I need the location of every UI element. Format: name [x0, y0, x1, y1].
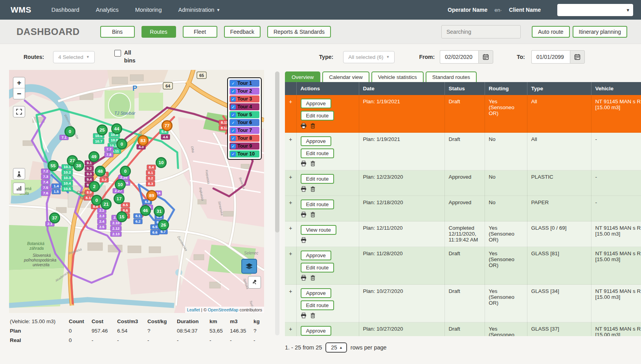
expand-row-button[interactable]: + [285, 95, 296, 133]
route-row[interactable]: +Edit routePlan: 12/18/2020ApprovedNoPAP… [285, 196, 641, 221]
nav-item-dashboard[interactable]: Dashboard [43, 0, 88, 20]
checkbox-checked-icon[interactable]: ✓ [231, 112, 236, 117]
print-icon[interactable] [301, 161, 307, 166]
to-calendar-button[interactable] [570, 50, 585, 64]
route-row[interactable]: +ApproveEdit routePlan: 10/27/2020DraftY… [285, 322, 641, 337]
legend-item-tour-5[interactable]: ✓Tour 5 [230, 111, 259, 118]
approve-button[interactable]: Approve [301, 326, 331, 336]
approve-button[interactable]: Approve [301, 288, 331, 298]
zoom-in-button[interactable]: + [13, 77, 25, 88]
edit-route-button[interactable]: Edit route [301, 174, 334, 184]
checkbox-checked-icon[interactable]: ✓ [231, 97, 236, 102]
print-icon[interactable] [301, 275, 307, 281]
trash-icon[interactable] [310, 161, 316, 166]
print-icon[interactable] [301, 186, 307, 192]
route-row[interactable]: +ApproveEdit routePlan: 10/27/2020DraftY… [285, 285, 641, 322]
expand-row-button[interactable]: + [285, 196, 296, 221]
checkbox-checked-icon[interactable]: ✓ [231, 120, 236, 125]
edit-route-button[interactable]: Edit route [301, 199, 334, 209]
operator-name[interactable]: Operator Name [448, 7, 487, 13]
type-select[interactable]: All selected (6)▼ [343, 51, 395, 63]
print-icon[interactable] [301, 123, 307, 129]
route-row[interactable]: +View routePlan: 12/11/2020Completed 12/… [285, 221, 641, 247]
trash-icon[interactable] [310, 123, 316, 129]
edit-route-button[interactable]: Edit route [301, 148, 334, 158]
fullscreen-button[interactable] [13, 106, 25, 117]
edit-route-button[interactable]: Edit route [301, 300, 334, 310]
route-row[interactable]: +ApproveEdit routePlan: 11/28/2020DraftY… [285, 247, 641, 285]
expand-row-button[interactable]: + [285, 285, 296, 322]
scrollbar-thumb[interactable] [275, 71, 279, 232]
client-name[interactable]: Client Name [509, 7, 541, 13]
feedback-button[interactable]: Feedback [224, 26, 261, 38]
edit-route-button[interactable]: Edit route [301, 111, 334, 121]
chart-control-button[interactable] [13, 183, 25, 194]
osm-link[interactable]: OpenStreetMap [208, 307, 239, 312]
legend-item-tour-1[interactable]: ✓Tour 1 [230, 80, 259, 87]
legend-item-tour-6[interactable]: ✓Tour 6 [230, 119, 259, 126]
tab-standard-routes[interactable]: Standard routes [426, 71, 477, 82]
language-switcher[interactable]: en· [494, 7, 502, 13]
expand-row-button[interactable]: + [285, 170, 296, 196]
legend-item-tour-4[interactable]: ✓Tour 4 [230, 103, 259, 110]
checkbox-checked-icon[interactable]: ✓ [231, 136, 236, 141]
checkbox-checked-icon[interactable]: ✓ [231, 128, 236, 133]
approve-button[interactable]: Approve [301, 99, 331, 108]
from-calendar-button[interactable] [478, 50, 493, 64]
legend-item-tour-3[interactable]: ✓Tour 3 [230, 95, 259, 102]
tab-overview[interactable]: Overview [285, 71, 320, 82]
fleet-button[interactable]: Fleet [183, 26, 217, 38]
route-row[interactable]: +Edit routePlan: 12/23/2020ApprovedNoPLA… [285, 170, 641, 196]
checkbox-checked-icon[interactable]: ✓ [231, 104, 236, 110]
auto-route-button[interactable]: Auto route [532, 26, 570, 38]
route-row[interactable]: +ApproveEdit routePlan: 1/19/2021DraftYe… [285, 95, 641, 133]
tab-calendar-view[interactable]: Calendar view [322, 71, 369, 82]
trash-icon[interactable] [310, 212, 316, 218]
print-icon[interactable] [301, 212, 307, 218]
leaflet-map[interactable]: Wilsonovo nábrežieClementisovaLomnickáDl… [9, 70, 264, 313]
tab-vehicle-statistics[interactable]: Vehicle statistics [371, 71, 424, 82]
itinerary-planning-button[interactable]: Itinerary planning [573, 26, 627, 38]
expand-row-button[interactable]: + [285, 322, 296, 337]
nav-item-analytics[interactable]: Analytics [88, 0, 127, 20]
legend-item-tour-7[interactable]: ✓Tour 7 [230, 127, 259, 134]
layers-control-button[interactable] [241, 259, 257, 274]
print-icon[interactable] [301, 237, 307, 243]
legend-item-tour-10[interactable]: ✓Tour 10 [230, 150, 259, 157]
from-date-input[interactable] [440, 50, 478, 64]
to-date-input[interactable] [531, 50, 570, 64]
checkbox-checked-icon[interactable]: ✓ [231, 89, 236, 94]
all-bins-checkbox[interactable] [114, 50, 121, 57]
street-view-button[interactable] [13, 168, 25, 179]
trash-icon[interactable] [310, 186, 316, 192]
route-row[interactable]: +ApproveEdit routePlan: 1/19/2021DraftNo… [285, 133, 641, 170]
nav-item-monitoring[interactable]: Monitoring [127, 0, 170, 20]
nav-item-administration[interactable]: Administration▼ [170, 0, 229, 20]
expand-row-button[interactable]: + [285, 247, 296, 285]
view-route-button[interactable]: View route [301, 225, 337, 235]
search-input[interactable] [441, 25, 521, 38]
legend-item-tour-8[interactable]: ✓Tour 8 [230, 135, 259, 142]
checkbox-checked-icon[interactable]: ✓ [231, 144, 236, 149]
routes-button[interactable]: Routes [141, 26, 176, 38]
legend-item-tour-2[interactable]: ✓Tour 2 [230, 88, 259, 95]
zoom-out-button[interactable]: − [13, 88, 25, 99]
print-icon[interactable] [301, 313, 307, 318]
gps-tracking-button[interactable] [248, 276, 261, 289]
trash-icon[interactable] [310, 313, 316, 318]
legend-item-tour-9[interactable]: ✓Tour 9 [230, 143, 259, 150]
approve-button[interactable]: Approve [301, 136, 331, 146]
edit-route-button[interactable]: Edit route [301, 263, 334, 273]
reports-standards-button[interactable]: Reports & Standards [267, 26, 331, 38]
expand-row-button[interactable]: + [285, 133, 296, 170]
trash-icon[interactable] [310, 275, 316, 281]
approve-button[interactable]: Approve [301, 251, 331, 260]
leaflet-link[interactable]: Leaflet [187, 307, 200, 312]
expand-row-button[interactable]: + [285, 221, 296, 247]
client-select[interactable]: ▾ [557, 4, 633, 16]
bins-button[interactable]: Bins [100, 26, 135, 38]
checkbox-checked-icon[interactable]: ✓ [231, 81, 236, 86]
checkbox-checked-icon[interactable]: ✓ [231, 152, 236, 157]
rows-per-page-select[interactable]: 25▲ [325, 342, 347, 353]
vertical-scrollbar[interactable] [275, 71, 279, 335]
